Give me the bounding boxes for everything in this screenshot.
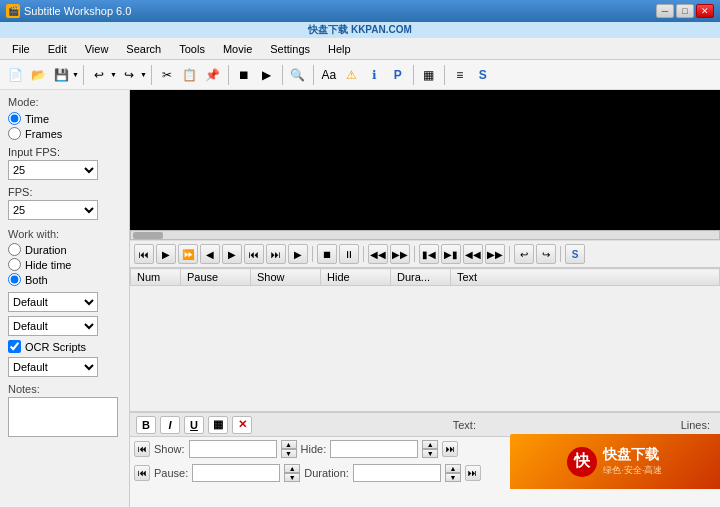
- notes-textarea[interactable]: [8, 397, 118, 437]
- menu-help[interactable]: Help: [320, 41, 359, 57]
- info-button[interactable]: ℹ: [364, 64, 386, 86]
- dropdown1-select[interactable]: Default: [8, 292, 98, 312]
- pc-prev-frame[interactable]: ▮◀: [419, 244, 439, 264]
- pause-input[interactable]: [192, 464, 280, 482]
- pc-vol-down[interactable]: ◀◀: [368, 244, 388, 264]
- redo-button[interactable]: ↪: [118, 64, 140, 86]
- pause-spin-up[interactable]: ▲: [284, 464, 300, 473]
- fps-select[interactable]: 25: [8, 200, 98, 220]
- save-button[interactable]: 💾: [50, 64, 72, 86]
- mode-time-radio[interactable]: Time: [8, 112, 121, 125]
- bottom-logo: 快 快盘下载 绿色·安全·高速: [510, 434, 720, 489]
- work-with-group: Duration Hide time Both: [8, 243, 121, 286]
- video-scrollbar[interactable]: [130, 230, 720, 240]
- notes-label: Notes:: [8, 383, 121, 395]
- player-controls: ⏮ ▶ ⏩ ◀ ▶ ⏮ ⏭ ▶ ⏹ ⏸ ◀◀ ▶▶ ▮◀ ▶▮ ◀◀ ▶▶ ↩ …: [130, 240, 720, 268]
- pc-slow-back[interactable]: ◀◀: [463, 244, 483, 264]
- pause-prev-button[interactable]: ⏮: [134, 465, 150, 481]
- duration-field-label: Duration:: [304, 467, 349, 479]
- pc-rewind-start[interactable]: ⏮: [134, 244, 154, 264]
- stop-button[interactable]: ⏹: [233, 64, 255, 86]
- hide-spin-down[interactable]: ▼: [422, 449, 438, 458]
- pc-stop[interactable]: ⏹: [317, 244, 337, 264]
- pc-prev-sub[interactable]: ⏮: [244, 244, 264, 264]
- menu-movie[interactable]: Movie: [215, 41, 260, 57]
- save-arrow[interactable]: ▼: [72, 71, 79, 78]
- hide-spin-up[interactable]: ▲: [422, 440, 438, 449]
- hide-time-radio[interactable]: Hide time: [8, 258, 121, 271]
- search-button[interactable]: 🔍: [287, 64, 309, 86]
- pc-play[interactable]: ▶: [156, 244, 176, 264]
- new-button[interactable]: 📄: [4, 64, 26, 86]
- input-fps-select[interactable]: 25: [8, 160, 98, 180]
- pc-mark-out[interactable]: ↪: [536, 244, 556, 264]
- pause-field-label: Pause:: [154, 467, 188, 479]
- list-button[interactable]: ≡: [449, 64, 471, 86]
- undo-arrow[interactable]: ▼: [110, 71, 117, 78]
- minimize-button[interactable]: ─: [656, 4, 674, 18]
- grid-button[interactable]: ▦: [418, 64, 440, 86]
- hide-input[interactable]: [330, 440, 418, 458]
- watermark-bar: 快盘下载 KKPAN.COM: [0, 22, 720, 38]
- redo-arrow[interactable]: ▼: [140, 71, 147, 78]
- toolbar-sep-5: [313, 65, 314, 85]
- close2-button[interactable]: ✕: [232, 416, 252, 434]
- mode-frames-radio[interactable]: Frames: [8, 127, 121, 140]
- menu-settings[interactable]: Settings: [262, 41, 318, 57]
- menu-view[interactable]: View: [77, 41, 117, 57]
- ocr-scripts-checkbox[interactable]: [8, 340, 21, 353]
- show-field-label: Show:: [154, 443, 185, 455]
- play-button[interactable]: ▶: [256, 64, 278, 86]
- hide-field-label: Hide:: [301, 443, 327, 455]
- dropdown3-select[interactable]: Default: [8, 357, 98, 377]
- both-radio[interactable]: Both: [8, 273, 121, 286]
- p-button[interactable]: P: [387, 64, 409, 86]
- underline-button[interactable]: U: [184, 416, 204, 434]
- hide-next-button[interactable]: ⏭: [442, 441, 458, 457]
- paste-button[interactable]: 📌: [202, 64, 224, 86]
- duration-spin-up[interactable]: ▲: [445, 464, 461, 473]
- cut-button[interactable]: ✂: [156, 64, 178, 86]
- menu-file[interactable]: File: [4, 41, 38, 57]
- maximize-button[interactable]: □: [676, 4, 694, 18]
- work-with-label: Work with:: [8, 228, 121, 240]
- duration-next-button[interactable]: ⏭: [465, 465, 481, 481]
- show-prev-button[interactable]: ⏮: [134, 441, 150, 457]
- menu-edit[interactable]: Edit: [40, 41, 75, 57]
- open-button[interactable]: 📂: [27, 64, 49, 86]
- pc-slow-fwd[interactable]: ▶▶: [485, 244, 505, 264]
- close-button[interactable]: ✕: [696, 4, 714, 18]
- copy-button[interactable]: 📋: [179, 64, 201, 86]
- pc-play2[interactable]: ▶: [288, 244, 308, 264]
- grid2-button[interactable]: ▦: [208, 416, 228, 434]
- pc-pause[interactable]: ⏸: [339, 244, 359, 264]
- italic-button[interactable]: I: [160, 416, 180, 434]
- pause-spin-down[interactable]: ▼: [284, 473, 300, 482]
- video-scrollbar-thumb[interactable]: [133, 232, 163, 239]
- spell-button[interactable]: Aa: [318, 64, 340, 86]
- pc-back-frame[interactable]: ◀: [200, 244, 220, 264]
- pc-snap[interactable]: S: [565, 244, 585, 264]
- col-show: Show: [251, 269, 321, 286]
- bold-button[interactable]: B: [136, 416, 156, 434]
- undo-button[interactable]: ↩: [88, 64, 110, 86]
- pc-mark-in[interactable]: ↩: [514, 244, 534, 264]
- show-spin-up[interactable]: ▲: [281, 440, 297, 449]
- menu-search[interactable]: Search: [118, 41, 169, 57]
- duration-input[interactable]: [353, 464, 441, 482]
- pc-vol-up[interactable]: ▶▶: [390, 244, 410, 264]
- col-num: Num: [131, 269, 181, 286]
- pc-fwd-frame[interactable]: ▶: [222, 244, 242, 264]
- menu-tools[interactable]: Tools: [171, 41, 213, 57]
- dropdown2-select[interactable]: Default: [8, 316, 98, 336]
- show-spin-down[interactable]: ▼: [281, 449, 297, 458]
- warning-button[interactable]: ⚠: [341, 64, 363, 86]
- duration-spin-down[interactable]: ▼: [445, 473, 461, 482]
- show-input[interactable]: [189, 440, 277, 458]
- title-buttons[interactable]: ─ □ ✕: [656, 4, 714, 18]
- duration-radio[interactable]: Duration: [8, 243, 121, 256]
- pc-next-sub[interactable]: ⏭: [266, 244, 286, 264]
- s-button[interactable]: S: [472, 64, 494, 86]
- pc-next-frame[interactable]: ▶▮: [441, 244, 461, 264]
- pc-forward[interactable]: ⏩: [178, 244, 198, 264]
